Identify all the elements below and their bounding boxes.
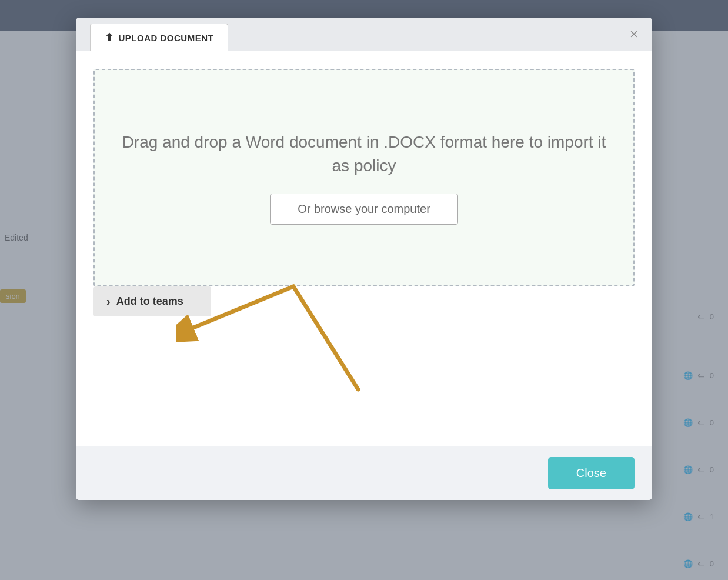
add-to-teams-label: Add to teams: [116, 295, 183, 308]
close-modal-button[interactable]: Close: [548, 457, 635, 489]
dropzone-instruction-text: Drag and drop a Word document in .DOCX f…: [118, 131, 610, 176]
tab-upload-document[interactable]: ⬆ UPLOAD DOCUMENT: [90, 24, 228, 51]
add-to-teams-button[interactable]: › Add to teams: [93, 286, 211, 316]
browse-computer-button[interactable]: Or browse your computer: [270, 194, 458, 225]
add-teams-section: › Add to teams: [93, 286, 635, 316]
modal-footer: Close: [76, 446, 652, 500]
modal-overlay: ⬆ UPLOAD DOCUMENT × Drag and drop a Word…: [0, 0, 728, 580]
svg-line-2: [293, 286, 358, 389]
chevron-right-icon: ›: [106, 295, 111, 308]
file-dropzone[interactable]: Drag and drop a Word document in .DOCX f…: [93, 69, 635, 286]
tab-label: UPLOAD DOCUMENT: [119, 33, 214, 43]
upload-icon: ⬆: [105, 31, 114, 44]
modal-close-x-button[interactable]: ×: [625, 25, 643, 44]
modal-body: Drag and drop a Word document in .DOCX f…: [76, 51, 652, 446]
upload-document-modal: ⬆ UPLOAD DOCUMENT × Drag and drop a Word…: [76, 18, 652, 500]
modal-tab-bar: ⬆ UPLOAD DOCUMENT ×: [76, 18, 652, 51]
